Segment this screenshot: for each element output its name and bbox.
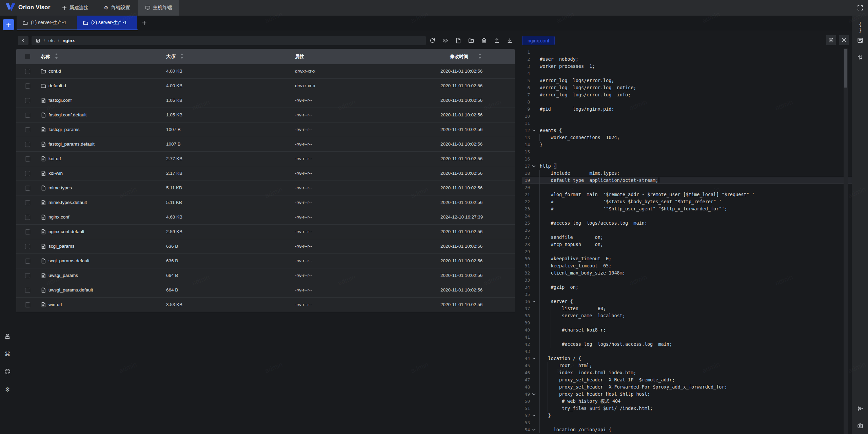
code-line-19[interactable]: 19 default_type application/octet-stream… — [522, 177, 852, 184]
code-line-2[interactable]: 2#user nobody; — [522, 56, 852, 63]
code-line-43[interactable]: 43 — [522, 348, 852, 355]
select-all-checkbox[interactable] — [25, 54, 30, 59]
code-line-41[interactable]: 41 — [522, 334, 852, 341]
editor-scrollbar-track[interactable] — [844, 49, 848, 434]
row-checkbox[interactable] — [25, 200, 30, 205]
fold-chevron-icon[interactable] — [532, 413, 536, 418]
code-line-44[interactable]: 44 location / { — [522, 355, 852, 362]
terminal-tab-1[interactable]: (1) server-生产-1 — [17, 16, 77, 30]
editor-scrollbar-thumb[interactable] — [844, 49, 847, 88]
menu-item-主机终端[interactable]: 主机终端 — [138, 0, 179, 16]
settings-icon[interactable]: ⚙ — [4, 386, 11, 393]
column-size[interactable]: 大小 — [166, 54, 175, 60]
toggle-hidden-files-button[interactable] — [439, 35, 451, 46]
code-line-15[interactable]: 15 — [522, 148, 852, 155]
row-checkbox[interactable] — [25, 127, 30, 132]
code-line-27[interactable]: 27 sendfile on; — [522, 234, 852, 241]
code-line-33[interactable]: 33 — [522, 277, 852, 284]
code-line-7[interactable]: 7#error_log logs/error.log info; — [522, 91, 852, 98]
code-line-51[interactable]: 51 try_files $uri $uri/ /index.html; — [522, 405, 852, 412]
code-line-54[interactable]: 54 location /orion/api { — [522, 426, 852, 433]
delete-button[interactable] — [478, 35, 490, 46]
file-row[interactable]: koi-win2.17 KB-rw-r--r--2020-11-01 10:02… — [16, 166, 515, 181]
code-line-25[interactable]: 25 #access_log logs/access.log main; — [522, 220, 852, 227]
code-line-34[interactable]: 34 #gzip on; — [522, 284, 852, 291]
menu-item-新建连接[interactable]: 新建连接 — [54, 0, 96, 16]
fold-chevron-icon[interactable] — [532, 299, 536, 304]
code-line-20[interactable]: 20 — [522, 184, 852, 191]
row-checkbox[interactable] — [25, 288, 30, 293]
breadcrumb-item-etc[interactable]: etc — [48, 38, 55, 43]
file-row[interactable]: default.d4.00 KBdrwxr-xr-x2020-11-01 10:… — [16, 79, 515, 93]
file-row[interactable]: nginx.conf4.68 KB-rw-r--r--2024-12-10 16… — [16, 210, 515, 225]
code-line-12[interactable]: 12events { — [522, 127, 852, 134]
file-row[interactable]: mime.types.default5.11 KB-rw-r--r--2020-… — [16, 195, 515, 210]
file-row[interactable]: koi-utf2.77 KB-rw-r--r--2020-11-01 10:02… — [16, 152, 515, 166]
editor-file-tab[interactable]: nginx.conf — [522, 36, 555, 45]
file-row[interactable]: mime.types5.11 KB-rw-r--r--2020-11-01 10… — [16, 181, 515, 195]
send-command-icon[interactable] — [857, 405, 863, 412]
code-line-35[interactable]: 35 — [522, 291, 852, 298]
row-checkbox[interactable] — [25, 69, 30, 74]
code-line-23[interactable]: 23 # '"$http_user_agent" "$http_x_forwar… — [522, 205, 852, 212]
file-row[interactable]: fastcgi_params.default1007 B-rw-r--r--20… — [16, 137, 515, 152]
code-line-28[interactable]: 28 #tcp_nopush on; — [522, 241, 852, 248]
code-line-38[interactable]: 38 server_name localhost; — [522, 312, 852, 319]
code-line-22[interactable]: 22 # '$status $body_bytes_sent "$http_re… — [522, 198, 852, 205]
upload-button[interactable] — [491, 35, 502, 46]
row-checkbox[interactable] — [25, 156, 30, 162]
code-line-42[interactable]: 42 #access_log logs/host.access.log main… — [522, 341, 852, 348]
create-file-button[interactable] — [452, 35, 464, 46]
editor-view-icon[interactable]: { } — [857, 21, 863, 27]
code-line-17[interactable]: 17http { — [522, 163, 852, 170]
code-line-45[interactable]: 45 root html; — [522, 362, 852, 369]
code-line-29[interactable]: 29 — [522, 248, 852, 255]
shortcut-keys-icon[interactable]: ⌘ — [4, 351, 11, 357]
row-checkbox[interactable] — [25, 142, 30, 147]
theme-icon[interactable] — [4, 369, 11, 375]
code-line-49[interactable]: 49 proxy_set_header Host $http_host; — [522, 391, 852, 398]
code-line-46[interactable]: 46 index index.html index.htm; — [522, 369, 852, 376]
code-line-52[interactable]: 52 } — [522, 412, 852, 419]
file-row[interactable]: nginx.conf.default2.59 KB-rw-r--r--2020-… — [16, 225, 515, 239]
seal-icon[interactable] — [4, 333, 11, 339]
code-line-31[interactable]: 31 keepalive_timeout 65; — [522, 262, 852, 269]
code-line-30[interactable]: 30 #keepalive_timeout 0; — [522, 255, 852, 262]
file-row[interactable]: fastcgi_params1007 B-rw-r--r--2020-11-01… — [16, 122, 515, 137]
fullscreen-icon[interactable] — [857, 5, 863, 11]
file-row[interactable]: fastcgi.conf1.05 KB-rw-r--r--2020-11-01 … — [16, 93, 515, 108]
code-line-9[interactable]: 9#pid logs/nginx.pid; — [522, 106, 852, 113]
code-line-40[interactable]: 40 #charset koi8-r; — [522, 326, 852, 334]
code-line-13[interactable]: 13 worker_connections 1024; — [522, 134, 852, 141]
fold-chevron-icon[interactable] — [532, 356, 536, 361]
code-line-24[interactable]: 24 — [522, 212, 852, 220]
download-button[interactable] — [504, 35, 515, 46]
file-row[interactable]: conf.d4.00 KBdrwxr-xr-x2020-11-01 10:02:… — [16, 64, 515, 79]
code-line-6[interactable]: 6#error_log logs/error.log notice; — [522, 84, 852, 91]
code-line-5[interactable]: 5#error_log logs/error.log; — [522, 77, 852, 84]
breadcrumb[interactable]: /etc/nginx — [32, 36, 426, 45]
file-row[interactable]: win-utf3.53 KB-rw-r--r--2020-11-01 10:02… — [16, 298, 515, 312]
code-line-26[interactable]: 26 — [522, 227, 852, 234]
code-line-53[interactable]: 53 — [522, 419, 852, 426]
column-mtime[interactable]: 修改时间 — [450, 54, 468, 60]
add-tab-icon[interactable] — [141, 20, 147, 26]
fold-chevron-icon[interactable] — [532, 164, 536, 168]
screenshot-icon[interactable] — [857, 423, 863, 429]
code-line-32[interactable]: 32 client_max_body_size 1048m; — [522, 269, 852, 277]
code-line-21[interactable]: 21 #log_format main '$remote_addr - $rem… — [522, 191, 852, 198]
sort-size-icon[interactable] — [180, 53, 183, 59]
refresh-button[interactable] — [427, 35, 438, 46]
code-editor[interactable]: 12#user nobody;3worker_processes 1;45#er… — [522, 49, 852, 434]
sort-name-icon[interactable] — [55, 53, 58, 59]
panel-splitter[interactable] — [515, 31, 522, 434]
row-checkbox[interactable] — [25, 302, 30, 307]
terminal-tab-2[interactable]: (2) server-生产-1 — [77, 16, 137, 30]
row-checkbox[interactable] — [25, 171, 30, 176]
breadcrumb-item-nginx[interactable]: nginx — [63, 38, 75, 43]
code-line-39[interactable]: 39 — [522, 319, 852, 326]
menu-item-终端设置[interactable]: ⚙终端设置 — [96, 0, 138, 16]
row-checkbox[interactable] — [25, 98, 30, 103]
transfer-list-icon[interactable] — [857, 54, 863, 60]
code-line-18[interactable]: 18 include mime.types; — [522, 170, 852, 177]
